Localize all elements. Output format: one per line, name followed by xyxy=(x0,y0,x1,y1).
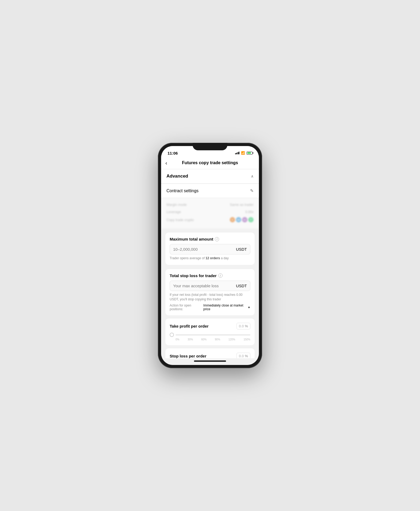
max-total-input[interactable] xyxy=(173,247,236,251)
chevron-up-icon: ∧ xyxy=(251,174,254,178)
helper-prefix: Trader opens average of xyxy=(170,256,205,260)
max-total-input-row[interactable]: USDT xyxy=(170,244,250,254)
advanced-section-header[interactable]: Advanced ∧ xyxy=(161,169,259,183)
max-total-label-text: Maximum total amount xyxy=(170,237,213,241)
status-icons: 📶 xyxy=(235,151,253,155)
take-profit-pct: % xyxy=(245,324,248,328)
advanced-label: Advanced xyxy=(166,174,188,179)
phone-frame: 11:06 📶 ‹ Futures copy trade settings xyxy=(158,143,262,368)
take-profit-slider-container xyxy=(170,333,250,337)
crypto-icon-1: C xyxy=(230,217,235,222)
take-profit-slider-thumb[interactable] xyxy=(170,333,174,337)
contract-settings-row[interactable]: Contract settings ✎ xyxy=(161,184,259,198)
stop-loss-section: Total stop loss for trader i USDT If you… xyxy=(165,269,255,316)
stop-loss-label-text: Total stop loss for trader xyxy=(170,273,217,278)
max-total-currency: USDT xyxy=(236,247,247,251)
take-profit-value: 0.0 xyxy=(239,324,244,328)
action-value: Immediately close at market price xyxy=(203,304,247,311)
stop-loss-currency: USDT xyxy=(236,284,247,288)
wifi-icon: 📶 xyxy=(241,151,245,155)
tp-label-150: 150% xyxy=(243,338,250,341)
header: ‹ Futures copy trade settings xyxy=(161,158,259,169)
stop-loss-label: Total stop loss for trader i xyxy=(170,273,250,278)
stop-loss-order-section: Stop loss per order 0.0 % 0% 4.0% 6.0% xyxy=(165,348,255,358)
leverage-value: 3.00x xyxy=(245,210,254,214)
battery-icon xyxy=(247,152,252,155)
home-indicator xyxy=(161,358,259,365)
max-total-label: Maximum total amount i xyxy=(170,237,250,241)
status-time: 11:06 xyxy=(168,151,178,155)
crypto-icon-3: OC xyxy=(242,217,247,222)
phone-screen: 11:06 📶 ‹ Futures copy trade settings xyxy=(161,146,259,365)
stop-loss-order-pct: % xyxy=(245,354,248,358)
tp-label-90: 90% xyxy=(215,338,220,341)
contract-details: Margin mode Same as trader Leverage 3.00… xyxy=(161,198,259,228)
take-profit-title: Take profit per order xyxy=(170,324,209,328)
home-bar xyxy=(194,360,226,362)
stop-loss-order-value: 0.0 xyxy=(239,354,244,358)
helper-suffix: a day xyxy=(220,256,229,260)
back-button[interactable]: ‹ xyxy=(165,160,167,166)
tp-label-30: 30% xyxy=(188,338,193,341)
take-profit-header: Take profit per order 0.0 % xyxy=(170,323,250,329)
margin-mode-label: Margin mode xyxy=(166,203,187,207)
action-label: Action for open positions: xyxy=(170,304,202,311)
copy-trade-crypto-row: Copy trade crypto C dbl OC T xyxy=(166,215,254,224)
leverage-label: Leverage xyxy=(166,210,181,214)
max-total-helper: Trader opens average of 12 orders a day xyxy=(170,256,250,261)
action-dropdown[interactable]: Action for open positions: Immediately c… xyxy=(170,304,250,311)
take-profit-section: Take profit per order 0.0 % 0% 30% 60% xyxy=(165,319,255,345)
stop-loss-order-header: Stop loss per order 0.0 % xyxy=(170,353,250,358)
crypto-icon-4: T xyxy=(248,217,254,222)
stop-loss-order-title: Stop loss per order xyxy=(170,354,207,358)
take-profit-value-box[interactable]: 0.0 % xyxy=(236,323,250,329)
phone-notch xyxy=(193,143,227,150)
stop-loss-info-icon[interactable]: i xyxy=(218,273,223,278)
tp-label-0: 0% xyxy=(176,338,179,341)
contract-settings-label: Contract settings xyxy=(166,188,199,193)
stop-loss-order-value-box[interactable]: 0.0 % xyxy=(236,353,250,358)
form-content: Maximum total amount i USDT Trader opens… xyxy=(161,233,259,358)
copy-trade-crypto-label: Copy trade crypto xyxy=(166,218,194,222)
max-total-section: Maximum total amount i USDT Trader opens… xyxy=(165,233,255,265)
margin-mode-value: Same as trader xyxy=(230,203,254,207)
page-title: Futures copy trade settings xyxy=(182,160,238,165)
take-profit-slider-track[interactable] xyxy=(176,335,250,335)
helper-bold: 12 orders xyxy=(205,256,220,260)
crypto-icons: C dbl OC T xyxy=(230,217,254,222)
stop-loss-input-row[interactable]: USDT xyxy=(170,281,250,291)
tp-label-120: 120% xyxy=(228,338,235,341)
take-profit-slider-labels: 0% 30% 60% 90% 120% 150% xyxy=(170,338,250,341)
contract-details-blurred: Margin mode Same as trader Leverage 3.00… xyxy=(161,198,259,228)
crypto-icon-2: dbl xyxy=(236,217,241,222)
stop-loss-helper: If your net loss (total profit - total l… xyxy=(170,293,250,302)
tp-label-60: 60% xyxy=(201,338,207,341)
dropdown-arrow-icon[interactable]: ▼ xyxy=(248,306,250,309)
leverage-row: Leverage 3.00x xyxy=(166,208,254,215)
scroll-content[interactable]: Advanced ∧ Contract settings ✎ Margin mo… xyxy=(161,169,259,358)
stop-loss-input[interactable] xyxy=(173,284,236,288)
signal-icon xyxy=(235,152,240,154)
edit-icon[interactable]: ✎ xyxy=(250,188,254,193)
max-total-info-icon[interactable]: i xyxy=(215,237,219,241)
margin-mode-row: Margin mode Same as trader xyxy=(166,201,254,208)
